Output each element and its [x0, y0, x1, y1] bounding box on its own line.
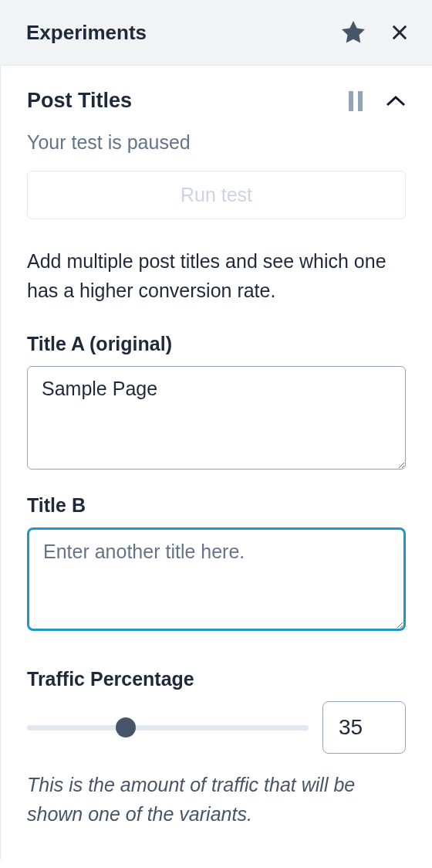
title-a-label: Title A (original) [27, 333, 406, 355]
section-header: Post Titles [27, 66, 406, 131]
pause-icon[interactable] [347, 91, 364, 111]
title-a-input[interactable] [27, 366, 406, 470]
svg-rect-3 [358, 91, 363, 111]
title-b-input[interactable] [27, 527, 406, 631]
experiments-panel: Post Titles Your test is paused Run test… [0, 66, 432, 860]
close-icon[interactable] [389, 22, 410, 43]
status-text: Your test is paused [27, 131, 406, 154]
header-icons [339, 19, 410, 46]
traffic-slider[interactable] [27, 716, 309, 739]
slider-row [27, 701, 406, 754]
section-description: Add multiple post titles and see which o… [27, 247, 406, 305]
chevron-up-icon[interactable] [386, 95, 406, 107]
slider-thumb[interactable] [116, 717, 136, 737]
section-title: Post Titles [27, 89, 132, 113]
slider-track [27, 725, 309, 731]
svg-rect-2 [349, 91, 353, 111]
panel-header: Experiments [0, 0, 432, 66]
traffic-label: Traffic Percentage [27, 668, 406, 690]
run-test-button[interactable]: Run test [27, 171, 406, 219]
traffic-help-text: This is the amount of traffic that will … [27, 771, 406, 829]
section-controls [347, 91, 406, 111]
star-icon[interactable] [339, 19, 367, 46]
panel-title: Experiments [26, 21, 147, 45]
traffic-value-input[interactable] [322, 701, 406, 754]
title-b-label: Title B [27, 494, 406, 517]
